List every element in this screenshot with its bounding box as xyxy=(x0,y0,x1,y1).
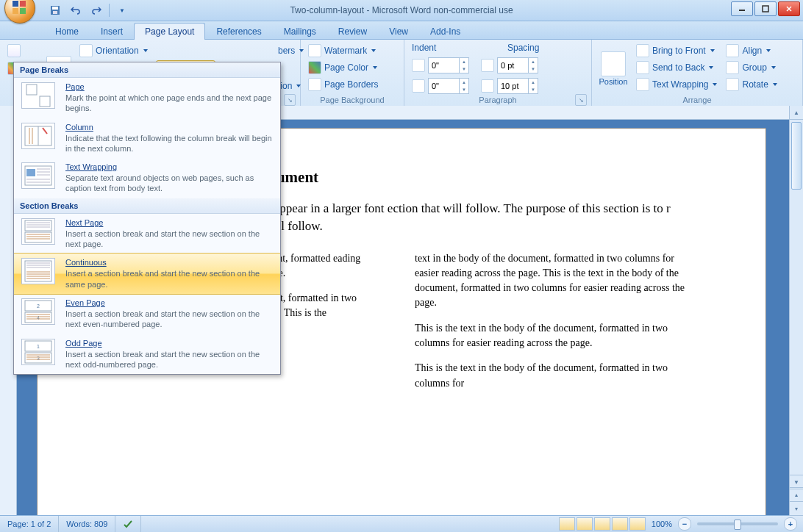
minimize-icon xyxy=(738,5,746,12)
svg-rect-2 xyxy=(13,8,18,14)
maximize-icon xyxy=(762,5,769,12)
odd-page-section-icon: 13 xyxy=(21,339,55,365)
watermark-button[interactable]: Watermark xyxy=(305,43,381,59)
break-desc: Indicate that the text following the col… xyxy=(65,133,273,154)
break-option-next-page[interactable]: Next PageInsert a section break and star… xyxy=(14,214,280,254)
vertical-scrollbar[interactable]: ▲ ▼ ▴ ▾ xyxy=(789,106,803,516)
tab-page-layout[interactable]: Page Layout xyxy=(134,23,205,40)
text-wrapping-button[interactable]: Text Wrapping xyxy=(633,76,720,93)
break-title: Page xyxy=(65,82,273,91)
tab-mailings[interactable]: Mailings xyxy=(273,23,327,40)
tab-home[interactable]: Home xyxy=(44,23,90,40)
scroll-up-button[interactable]: ▲ xyxy=(790,106,803,120)
break-option-text-wrapping[interactable]: Text WrappingSeparate text around object… xyxy=(14,158,280,198)
break-option-column[interactable]: ColumnIndicate that the text following t… xyxy=(14,118,280,159)
tab-add-ins[interactable]: Add-Ins xyxy=(419,23,471,40)
tab-references[interactable]: References xyxy=(205,23,272,40)
office-button[interactable] xyxy=(4,0,35,24)
zoom-in-button[interactable]: + xyxy=(784,517,797,531)
office-logo-icon xyxy=(11,0,29,17)
paragraph-launcher[interactable]: ↘ xyxy=(575,94,587,106)
spacing-after-input[interactable]: ▲▼ xyxy=(497,78,538,94)
align-icon xyxy=(726,44,739,57)
even-page-section-icon: 24 xyxy=(21,298,55,325)
page-color-button[interactable]: Page Color xyxy=(305,60,381,76)
next-page-button[interactable]: ▾ xyxy=(790,502,803,516)
svg-rect-3 xyxy=(20,8,26,14)
svg-rect-0 xyxy=(13,1,18,7)
spacing-after-icon xyxy=(481,79,494,93)
break-option-even-page[interactable]: 24 Even PageInsert a section break and s… xyxy=(14,294,280,334)
svg-rect-11 xyxy=(26,85,37,95)
indent-right-icon xyxy=(412,79,425,93)
undo-button[interactable] xyxy=(68,2,84,18)
redo-icon xyxy=(91,5,101,15)
print-layout-view-button[interactable] xyxy=(559,517,575,531)
save-button[interactable] xyxy=(47,2,63,18)
break-option-continuous[interactable]: ContinuousInsert a section break and sta… xyxy=(14,253,280,295)
title-bar: ▼ Two-column-layout - Microsoft Word non… xyxy=(0,0,803,21)
bring-front-icon xyxy=(636,44,649,57)
tab-review[interactable]: Review xyxy=(327,23,378,40)
tab-insert[interactable]: Insert xyxy=(90,23,134,40)
spacing-header: Spacing xyxy=(507,43,539,53)
word-count[interactable]: Words: 809 xyxy=(59,516,115,532)
outline-view-button[interactable] xyxy=(612,517,628,531)
column-right: text in the body of the document, format… xyxy=(415,251,699,401)
group-button[interactable]: Group xyxy=(723,60,779,76)
position-button[interactable]: Position xyxy=(596,43,630,94)
svg-text:3: 3 xyxy=(37,356,40,361)
align-button[interactable]: Align xyxy=(723,43,779,59)
draft-view-button[interactable] xyxy=(629,517,646,531)
previous-page-button[interactable]: ▴ xyxy=(790,487,803,502)
indent-right-control: ▲▼ xyxy=(409,78,472,94)
quick-access-toolbar: ▼ xyxy=(47,2,130,18)
zoom-slider[interactable] xyxy=(697,522,778,525)
page-setup-launcher[interactable]: ↘ xyxy=(284,94,296,106)
web-layout-view-button[interactable] xyxy=(594,517,610,531)
svg-rect-6 xyxy=(53,11,57,14)
send-back-label: Send to Back xyxy=(652,62,704,73)
zoom-level[interactable]: 100% xyxy=(652,520,672,528)
indent-right-input[interactable]: ▲▼ xyxy=(428,78,469,94)
zoom-out-button[interactable]: − xyxy=(678,517,691,531)
indent-left-input[interactable]: ▲▼ xyxy=(428,57,469,73)
spacing-before-input[interactable]: ▲▼ xyxy=(497,57,538,73)
next-page-section-icon xyxy=(21,218,55,245)
rotate-button[interactable]: Rotate xyxy=(723,76,779,93)
minimize-button[interactable] xyxy=(731,1,753,16)
body-paragraph: This is the text in the body of the docu… xyxy=(415,321,699,351)
break-option-page[interactable]: PageMark the point at which one page end… xyxy=(14,78,280,118)
break-desc: Insert a section break and start the new… xyxy=(65,229,273,250)
zoom-slider-thumb[interactable] xyxy=(734,520,741,530)
break-title: Next Page xyxy=(65,218,273,227)
break-desc: Separate text around objects on web page… xyxy=(65,173,273,194)
tab-view[interactable]: View xyxy=(378,23,419,40)
send-to-back-button[interactable]: Send to Back xyxy=(633,60,720,76)
spell-check-button[interactable] xyxy=(115,516,141,532)
continuous-section-icon xyxy=(21,258,55,284)
column-break-icon xyxy=(21,123,55,149)
bring-front-label: Bring to Front xyxy=(652,46,706,56)
text-wrapping-label: Text Wrapping xyxy=(652,79,708,90)
break-option-odd-page[interactable]: 13 Odd PageInsert a section break and st… xyxy=(14,334,280,375)
align-label: Align xyxy=(742,46,762,56)
bring-to-front-button[interactable]: Bring to Front xyxy=(633,43,720,59)
page-indicator[interactable]: Page: 1 of 2 xyxy=(0,516,59,532)
scroll-thumb[interactable] xyxy=(791,122,802,190)
full-screen-view-button[interactable] xyxy=(577,517,593,531)
qat-customize-button[interactable]: ▼ xyxy=(114,2,130,18)
orientation-button[interactable]: Orientation xyxy=(76,43,215,59)
body-paragraph: This is the text in the body of the docu… xyxy=(415,361,699,391)
rotate-icon xyxy=(726,78,739,91)
themes-fonts-button[interactable] xyxy=(4,43,34,59)
break-desc: Mark the point at which one page ends an… xyxy=(65,93,273,114)
svg-text:4: 4 xyxy=(37,315,40,320)
line-numbers-label-partial: bers xyxy=(278,46,295,56)
svg-rect-8 xyxy=(763,6,768,12)
maximize-button[interactable] xyxy=(754,1,777,16)
page-borders-button[interactable]: Page Borders xyxy=(305,76,381,93)
redo-button[interactable] xyxy=(88,2,104,18)
close-button[interactable] xyxy=(778,1,800,16)
line-numbers-button[interactable]: bers xyxy=(275,43,307,59)
